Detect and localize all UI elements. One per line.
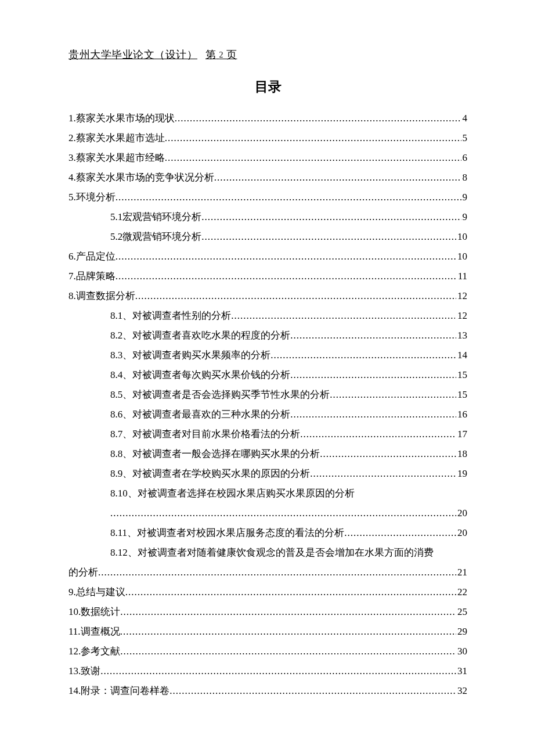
- toc-leader-dots: [125, 582, 456, 602]
- toc-leader-dots: [175, 109, 461, 128]
- toc-entry: 5.1宏观营销环境分析9: [68, 207, 467, 227]
- toc-entry-page: 4: [461, 109, 468, 128]
- toc-entry-page: 15: [456, 365, 467, 385]
- header-page-pre: 第: [205, 49, 217, 60]
- toc-leader-dots: [290, 365, 456, 385]
- toc-entry: 8.9、对被调查者在学校购买水果的原因的分析19: [68, 464, 467, 484]
- header-page-post: 页: [226, 49, 237, 60]
- toc-entry-label: 2.蔡家关水果超市选址: [68, 128, 165, 148]
- header-university: 贵州大学毕业论文（设计）: [68, 49, 197, 60]
- toc-leader-dots: [290, 326, 456, 345]
- toc-entry-label: 8.4、对被调查者每次购买水果价钱的分析: [110, 365, 290, 385]
- toc-entry-page: 22: [456, 582, 467, 602]
- toc-entry: 7.品牌策略11: [68, 267, 467, 286]
- toc-leader-dots: [300, 424, 456, 444]
- toc-entry: 14.附录：调查问卷样卷32: [68, 681, 467, 701]
- page-title: 目录: [68, 78, 467, 96]
- toc-entry: 8.2、对被调查者喜欢吃水果的程度的分析13: [68, 326, 467, 345]
- toc-entry-page: 9: [461, 207, 468, 227]
- toc-entry-label: 8.11、对被调查者对校园水果店服务态度的看法的分析: [110, 523, 344, 543]
- toc-entry-page: 6: [461, 148, 468, 168]
- toc-entry: 8.6、对被调查者最喜欢的三种水果的分析16: [68, 405, 467, 424]
- toc-entry: 8.4、对被调查者每次购买水果价钱的分析15: [68, 365, 467, 385]
- toc-entry-label: 14.附录：调查问卷样卷: [68, 681, 169, 701]
- toc-entry-page: 11: [457, 267, 467, 286]
- toc-entry-label: 5.1宏观营销环境分析: [110, 207, 201, 227]
- toc-leader-dots: [344, 523, 456, 543]
- toc-leader-dots: [120, 602, 456, 622]
- toc-entry: 5.2微观营销环境分析10: [68, 227, 467, 247]
- header-page-number: 2: [219, 51, 224, 59]
- toc-entry: 5.环境分析 9: [68, 188, 467, 207]
- toc-leader-dots: [110, 503, 456, 523]
- toc-leader-dots: [201, 227, 456, 247]
- toc-leader-dots: [116, 247, 456, 267]
- toc-entry-page: 30: [456, 642, 467, 661]
- toc-entry: 8.调查数据分析 12: [68, 286, 467, 306]
- toc-entry-label: 8.12、对被调查者对随着健康饮食观念的普及是否会增加在水果方面的消费: [110, 543, 434, 563]
- toc-entry: 6.产品定位10: [68, 247, 467, 267]
- toc-entry-page: 25: [456, 602, 467, 622]
- toc-entry-label: 8.1、对被调查者性别的分析: [110, 306, 231, 326]
- toc-entry-page: 10: [456, 227, 467, 247]
- toc-entry: 1.蔡家关水果市场的现状4: [68, 109, 467, 128]
- toc-entry: 20: [68, 503, 467, 523]
- toc-entry-label: 4.蔡家关水果市场的竞争状况分析: [68, 168, 214, 188]
- toc-entry-page: 5: [461, 128, 468, 148]
- toc-entry: 8.10、对被调查者选择在校园水果店购买水果原因的分析: [68, 484, 467, 503]
- toc-entry-page: 29: [456, 622, 467, 642]
- toc-entry-label: 8.3、对被调查者购买水果频率的分析: [110, 345, 270, 365]
- toc-entry-page: 14: [456, 345, 467, 365]
- toc-leader-dots: [214, 168, 461, 188]
- toc-entry-page: 15: [456, 385, 467, 405]
- toc-leader-dots: [310, 464, 456, 484]
- toc-entry-page: 8: [461, 168, 468, 188]
- toc-entry-label: 3.蔡家关水果超市经略: [68, 148, 165, 168]
- toc-leader-dots: [116, 267, 457, 286]
- toc-entry-page: 20: [456, 523, 467, 543]
- toc-entry-label: 5.环境分析: [68, 188, 116, 207]
- toc-entry: 13.致谢31: [68, 661, 467, 681]
- toc-entry-label: 8.调查数据分析: [68, 286, 135, 306]
- toc-leader-dots: [330, 385, 456, 405]
- toc-entry-label: 8.10、对被调查者选择在校园水果店购买水果原因的分析: [110, 484, 355, 503]
- toc-entry-page: 20: [456, 503, 467, 523]
- toc-leader-dots: [100, 661, 456, 681]
- toc-leader-dots: [290, 405, 456, 424]
- toc-entry-label: 8.8、对被调查者一般会选择在哪购买水果的分析: [110, 444, 320, 464]
- toc-entry-label: 7.品牌策略: [68, 267, 116, 286]
- toc-entry: 12.参考文献30: [68, 642, 467, 661]
- toc-entry-page: 17: [456, 424, 467, 444]
- toc-entry: 8.12、对被调查者对随着健康饮食观念的普及是否会增加在水果方面的消费: [68, 543, 467, 563]
- toc-entry-page: 21: [456, 563, 467, 582]
- toc-entry-label: 9.总结与建议: [68, 582, 125, 602]
- toc-leader-dots: [120, 622, 456, 642]
- toc-leader-dots: [169, 681, 456, 701]
- toc-entry-label: 的分析: [68, 563, 98, 582]
- page-header: 贵州大学毕业论文（设计）第 2 页: [68, 48, 467, 62]
- toc-entry: 的分析21: [68, 563, 467, 582]
- toc-entry-page: 31: [456, 661, 467, 681]
- toc-entry-label: 12.参考文献: [68, 642, 120, 661]
- toc-entry-label: 8.9、对被调查者在学校购买水果的原因的分析: [110, 464, 310, 484]
- toc-entry-label: 8.7、对被调查者对目前水果价格看法的分析: [110, 424, 300, 444]
- toc-leader-dots: [165, 128, 461, 148]
- toc-entry-page: 32: [456, 681, 467, 701]
- toc-entry: 8.5、对被调查者是否会选择购买季节性水果的分析15: [68, 385, 467, 405]
- toc-entry: 9.总结与建议22: [68, 582, 467, 602]
- toc-leader-dots: [116, 188, 461, 207]
- toc-entry-label: 13.致谢: [68, 661, 100, 681]
- toc-entry-label: 11.调查概况: [68, 622, 120, 642]
- toc-entry: 8.3、对被调查者购买水果频率的分析14: [68, 345, 467, 365]
- toc-entry: 3.蔡家关水果超市经略6: [68, 148, 467, 168]
- toc-entry-label: 10.数据统计: [68, 602, 120, 622]
- toc-entry: 8.8、对被调查者一般会选择在哪购买水果的分析18: [68, 444, 467, 464]
- toc-entry-label: 8.2、对被调查者喜欢吃水果的程度的分析: [110, 326, 290, 345]
- toc-entry-page: 18: [456, 444, 467, 464]
- toc-entry: 4.蔡家关水果市场的竞争状况分析8: [68, 168, 467, 188]
- toc-entry-label: 1.蔡家关水果市场的现状: [68, 109, 175, 128]
- table-of-contents: 1.蔡家关水果市场的现状42.蔡家关水果超市选址53.蔡家关水果超市经略64.蔡…: [68, 109, 467, 701]
- toc-entry-page: 9: [461, 188, 468, 207]
- page-container: 贵州大学毕业论文（设计）第 2 页 目录 1.蔡家关水果市场的现状42.蔡家关水…: [0, 0, 534, 736]
- toc-leader-dots: [98, 563, 456, 582]
